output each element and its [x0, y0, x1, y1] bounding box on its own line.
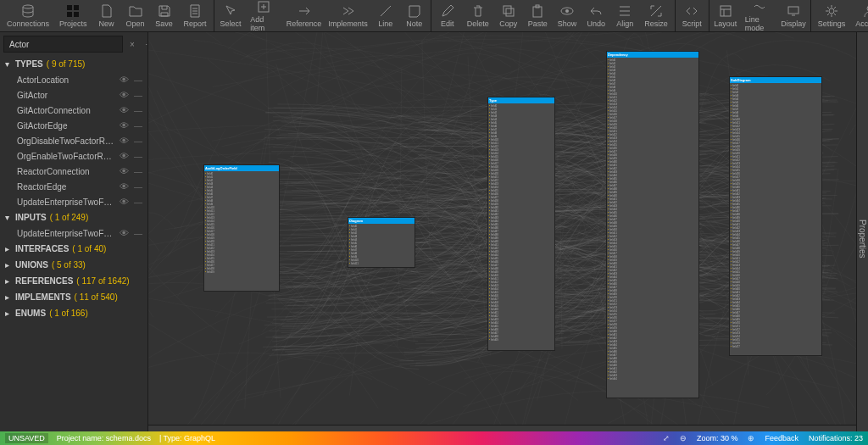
section-implements[interactable]: ▸IMPLEMENTS( 11 of 540) — [0, 289, 147, 305]
remove-icon[interactable]: — — [134, 75, 142, 85]
diagram-node[interactable]: AuditLogOrderField•field0•field1•field2•… — [203, 164, 280, 292]
diagram-node[interactable]: Dependency•field0•field1•field2•field3•f… — [606, 51, 699, 398]
toolbar-label: Implements — [328, 19, 368, 28]
line-button[interactable]: Line — [371, 0, 400, 31]
eye-icon[interactable]: 👁 — [120, 75, 129, 85]
report-button[interactable]: Report — [179, 0, 212, 31]
remove-icon[interactable]: — — [134, 121, 142, 131]
edit-button[interactable]: Edit — [433, 0, 462, 31]
eye-icon[interactable]: 👁 — [120, 228, 129, 238]
new-button[interactable]: New — [92, 0, 121, 31]
section-enums[interactable]: ▸ENUMS( 1 of 166) — [0, 305, 147, 321]
additem-button[interactable]: Add item — [245, 0, 282, 31]
remove-icon[interactable]: — — [134, 91, 142, 100]
status-unsaved: UNSAVED — [5, 433, 48, 443]
undo-button[interactable]: Undo — [581, 0, 610, 31]
toolbar-label: Show — [558, 19, 577, 28]
layout-button[interactable]: Layout — [711, 0, 740, 31]
connections-button[interactable]: Connections — [2, 0, 54, 31]
eye-icon[interactable]: 👁 — [120, 120, 129, 131]
tree-item[interactable]: ReactorConnection👁— — [0, 164, 147, 179]
toolbar-label: Resize — [644, 19, 668, 28]
tree-item[interactable]: UpdateEnterpriseTwoFactor👁— — [0, 194, 147, 209]
search-clear-icon[interactable]: × — [126, 40, 138, 49]
resize-button[interactable]: Resize — [639, 0, 673, 31]
zoom-to-fit-icon[interactable]: ⤢ — [663, 434, 670, 442]
remove-icon[interactable]: — — [134, 197, 142, 207]
tree-item[interactable]: ActorLocation👁— — [0, 72, 147, 87]
remove-icon[interactable]: — — [134, 106, 142, 115]
show-button[interactable]: Show — [553, 0, 582, 31]
remove-icon[interactable]: — — [134, 152, 142, 161]
eye-icon[interactable]: 👁 — [120, 105, 129, 115]
tree-item[interactable]: OrgDisableTwoFactorRequir👁— — [0, 133, 147, 148]
eye-icon[interactable]: 👁 — [120, 197, 129, 207]
toolbar-label: Layout — [714, 19, 737, 28]
tree-item[interactable]: UpdateEnterpriseTwoFactor👁— — [0, 225, 147, 241]
section-interfaces[interactable]: ▸INTERFACES( 1 of 40) — [0, 241, 147, 257]
tree-item[interactable]: GitActor👁— — [0, 87, 147, 103]
pencil-icon — [441, 4, 454, 18]
display-button[interactable]: Display — [778, 0, 809, 31]
implements-button[interactable]: Implements — [325, 0, 370, 31]
section-references[interactable]: ▸REFERENCES( 117 of 1642) — [0, 273, 147, 289]
impl-icon — [342, 4, 355, 18]
delete-button[interactable]: Delete — [462, 0, 494, 31]
main-toolbar: ConnectionsProjectsNewOpenSaveReportSele… — [0, 0, 868, 32]
eye-icon[interactable]: 👁 — [120, 151, 129, 161]
diagram-canvas[interactable]: AuditLogOrderField•field0•field1•field2•… — [148, 32, 856, 445]
diagram-node[interactable]: Diagram•field0•field1•field2•field3•fiel… — [348, 217, 415, 268]
status-feedback[interactable]: Feedback — [765, 434, 798, 442]
eye-icon[interactable]: 👁 — [120, 166, 129, 176]
search-input[interactable] — [3, 36, 123, 53]
tree-item[interactable]: ReactorEdge👁— — [0, 179, 147, 194]
note-button[interactable]: Note — [400, 0, 429, 31]
script-button[interactable]: Script — [677, 0, 707, 31]
eye-icon[interactable]: 👁 — [120, 90, 129, 100]
diagram-node[interactable]: Type•field0•field1•field2•field3•field4•… — [487, 97, 555, 351]
toolbar-label: Select — [220, 19, 241, 28]
chevron-icon: ▸ — [5, 292, 12, 302]
properties-panel-toggle[interactable]: Properties — [856, 32, 868, 445]
save-button[interactable]: Save — [150, 0, 179, 31]
remove-icon[interactable]: — — [134, 182, 142, 192]
doc-icon — [188, 4, 202, 18]
section-inputs[interactable]: ▾INPUTS( 1 of 249) — [0, 209, 147, 225]
paste-icon — [531, 4, 544, 18]
tree-item[interactable]: OrgEnableTwoFactorRequire👁— — [0, 148, 147, 164]
linemode-button[interactable]: Line mode — [740, 0, 779, 31]
diagram-node[interactable]: SubDiagram•field0•field1•field2•field3•f… — [729, 76, 822, 356]
copy-icon — [502, 4, 515, 18]
align-button[interactable]: Align — [610, 0, 639, 31]
toolbar-label: Line — [378, 19, 392, 28]
tree-item[interactable]: GitActorConnection👁— — [0, 103, 147, 118]
select-button[interactable]: Select — [216, 0, 246, 31]
remove-icon[interactable]: — — [134, 136, 142, 146]
chevron-icon: ▸ — [5, 276, 12, 286]
tree-item[interactable]: GitActorEdge👁— — [0, 118, 147, 133]
copy-button[interactable]: Copy — [494, 0, 523, 31]
chevron-icon: ▸ — [5, 309, 12, 318]
settings-button[interactable]: Settings — [813, 0, 851, 31]
eye-icon[interactable]: 👁 — [120, 136, 129, 146]
sidebar-tree: ▾TYPES( 9 of 715)ActorLocation👁—GitActor… — [0, 56, 147, 445]
status-type: | Type: GraphQL — [159, 434, 215, 442]
account-button[interactable]: Account — [850, 0, 868, 31]
reference-button[interactable]: Reference — [283, 0, 326, 31]
remove-icon[interactable]: — — [134, 229, 142, 238]
toolbar-label: Script — [682, 19, 702, 28]
projects-button[interactable]: Projects — [54, 0, 92, 31]
section-unions[interactable]: ▸UNIONS( 5 of 33) — [0, 257, 147, 273]
svg-point-13 — [829, 8, 834, 14]
svg-rect-3 — [74, 12, 79, 17]
remove-icon[interactable]: — — [134, 167, 142, 176]
status-zoom: Zoom: 30 % — [697, 434, 738, 442]
open-button[interactable]: Open — [121, 0, 150, 31]
zoom-out-icon[interactable]: ⊖ — [680, 434, 687, 442]
section-types[interactable]: ▾TYPES( 9 of 715) — [0, 56, 147, 72]
zoom-in-icon[interactable]: ⊕ — [748, 434, 754, 442]
note-icon — [408, 4, 421, 18]
eye-icon[interactable]: 👁 — [120, 181, 129, 192]
status-notifications[interactable]: Notifications: 23 — [809, 434, 863, 442]
paste-button[interactable]: Paste — [523, 0, 553, 31]
